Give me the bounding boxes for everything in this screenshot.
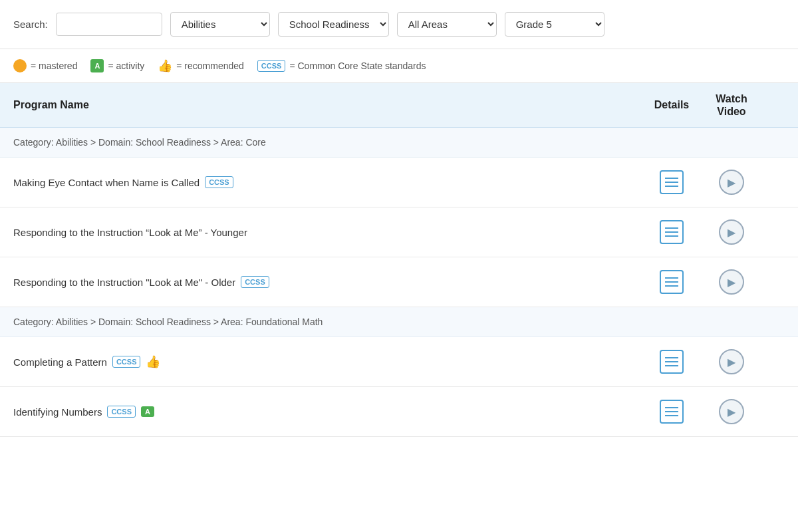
activity-badge: A [141, 406, 154, 417]
ccss-badge: CCSS [205, 176, 233, 188]
details-icon [660, 220, 684, 244]
column-details: Details [645, 99, 698, 111]
table-row: Responding to the Instruction “Look at M… [0, 207, 798, 257]
filter-school-readiness[interactable]: School Readiness [278, 12, 389, 37]
table-row: Making Eye Contact when Name is CalledCC… [0, 158, 798, 207]
legend-activity: A = activity [90, 59, 144, 72]
mastered-icon [13, 59, 27, 72]
ccss-badge: CCSS [107, 406, 136, 418]
program-name: Identifying NumbersCCSSA [13, 406, 645, 418]
table-body: Category: Abilities > Domain: School Rea… [0, 128, 798, 437]
category-row: Category: Abilities > Domain: School Rea… [0, 128, 798, 158]
legend: = mastered A = activity 👍 = recommended … [0, 49, 798, 83]
recommended-label: = recommended [176, 61, 244, 71]
play-icon: ▶ [719, 269, 744, 295]
play-video-button[interactable]: ▶ [698, 219, 765, 245]
details-icon [660, 170, 684, 194]
search-bar: Search: Abilities School Readiness All A… [0, 0, 798, 49]
table-row: Identifying NumbersCCSSA▶ [0, 387, 798, 437]
mastered-label: = mastered [31, 61, 77, 71]
play-icon: ▶ [719, 349, 744, 374]
program-name-text: Responding to the Instruction "Look at M… [13, 277, 235, 288]
ccss-full-label: = Common Core State standards [289, 61, 426, 71]
details-button[interactable] [645, 350, 698, 374]
details-button[interactable] [645, 400, 698, 424]
play-video-button[interactable]: ▶ [698, 269, 765, 295]
play-icon: ▶ [719, 170, 744, 195]
filter-abilities[interactable]: Abilities [170, 12, 270, 37]
category-row: Category: Abilities > Domain: School Rea… [0, 307, 798, 337]
legend-mastered: = mastered [13, 59, 77, 72]
details-icon [660, 350, 684, 374]
program-name: Responding to the Instruction “Look at M… [13, 227, 645, 238]
play-video-button[interactable]: ▶ [698, 170, 765, 195]
program-name-text: Completing a Pattern [13, 356, 107, 368]
play-icon: ▶ [719, 219, 744, 245]
details-button[interactable] [645, 220, 698, 244]
program-name: Responding to the Instruction "Look at M… [13, 276, 645, 288]
table-row: Responding to the Instruction "Look at M… [0, 257, 798, 307]
details-button[interactable] [645, 170, 698, 194]
program-name: Making Eye Contact when Name is CalledCC… [13, 176, 645, 188]
program-name-text: Making Eye Contact when Name is Called [13, 177, 200, 188]
play-icon: ▶ [719, 399, 744, 424]
play-video-button[interactable]: ▶ [698, 349, 765, 374]
program-name-text: Identifying Numbers [13, 406, 102, 418]
legend-ccss: CCSS = Common Core State standards [257, 60, 426, 72]
recommended-icon: 👍 [146, 354, 160, 369]
column-watch-video: WatchVideo [698, 92, 765, 118]
column-program-name: Program Name [13, 99, 645, 111]
details-icon [660, 400, 684, 424]
ccss-badge: CCSS [112, 356, 141, 368]
table-row: Completing a PatternCCSS👍▶ [0, 337, 798, 387]
activity-label: = activity [108, 61, 144, 71]
activity-icon: A [90, 59, 104, 72]
details-button[interactable] [645, 270, 698, 294]
table-header: Program Name Details WatchVideo [0, 83, 798, 128]
legend-recommended: 👍 = recommended [158, 59, 244, 73]
filter-all-areas[interactable]: All Areas [397, 12, 497, 37]
program-name-text: Responding to the Instruction “Look at M… [13, 227, 247, 238]
ccss-legend-badge: CCSS [257, 60, 286, 72]
play-video-button[interactable]: ▶ [698, 399, 765, 424]
recommended-icon: 👍 [158, 59, 172, 73]
search-input[interactable] [56, 13, 162, 36]
filter-grade[interactable]: Grade 5 [505, 12, 604, 37]
search-label: Search: [13, 19, 48, 30]
details-icon [660, 270, 684, 294]
program-name: Completing a PatternCCSS👍 [13, 354, 645, 369]
ccss-badge: CCSS [241, 276, 269, 288]
